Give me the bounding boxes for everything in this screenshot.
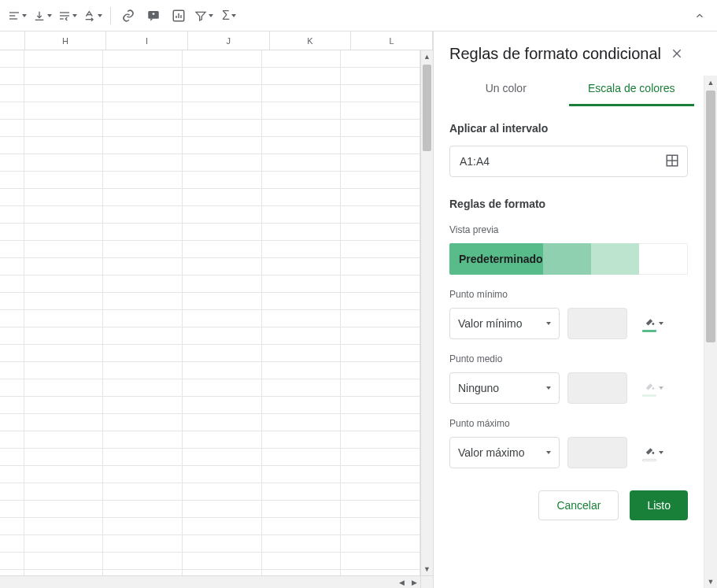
chevron-down-icon xyxy=(659,451,663,454)
tab-color-scale[interactable]: Escala de colores xyxy=(569,74,695,106)
minpoint-label: Punto mínimo xyxy=(449,289,688,300)
svg-point-26 xyxy=(652,452,654,454)
toolbar-separator xyxy=(110,7,111,24)
collapse-toolbar-button[interactable] xyxy=(688,4,711,28)
chevron-down-icon xyxy=(659,322,663,325)
text-rotate-button[interactable] xyxy=(81,4,105,28)
tab-single-color[interactable]: Un color xyxy=(443,74,569,106)
scroll-right-icon[interactable]: ▶ xyxy=(408,579,420,586)
close-button[interactable] xyxy=(666,43,688,65)
preview-label: Vista previa xyxy=(449,224,688,235)
text-rotate-icon xyxy=(83,9,96,22)
color-swatch xyxy=(642,330,656,332)
panel-vertical-scrollbar[interactable]: ▲ ▼ xyxy=(704,76,717,588)
format-rules-heading: Reglas de formato xyxy=(449,198,688,210)
chevron-up-icon xyxy=(694,10,705,21)
close-icon xyxy=(671,47,683,60)
chevron-down-icon xyxy=(231,14,236,17)
spreadsheet: H I J K L ▲ ▼ ◀ ▶ xyxy=(0,31,434,588)
chevron-down-icon xyxy=(546,322,551,325)
preview-text: Predeterminado xyxy=(459,253,543,265)
align-bottom-icon xyxy=(33,9,46,22)
done-button[interactable]: Listo xyxy=(630,490,688,520)
scroll-down-icon[interactable]: ▼ xyxy=(421,563,433,575)
scroll-thumb[interactable] xyxy=(423,65,431,151)
col-header[interactable]: L xyxy=(351,31,433,50)
text-wrap-icon xyxy=(58,9,71,22)
cell-grid[interactable] xyxy=(0,50,420,575)
midpoint-color-button[interactable] xyxy=(635,372,670,404)
svg-rect-13 xyxy=(153,13,153,15)
horizontal-scrollbar[interactable]: ◀ ▶ xyxy=(0,575,420,588)
conditional-format-panel: Reglas de formato condicional Un color E… xyxy=(434,31,717,588)
scroll-down-icon[interactable]: ▼ xyxy=(704,575,717,588)
link-icon xyxy=(121,9,135,23)
chevron-down-icon xyxy=(22,14,27,17)
paint-icon xyxy=(642,445,656,456)
svg-point-25 xyxy=(652,387,654,390)
scroll-thumb[interactable] xyxy=(706,91,715,342)
insert-chart-button[interactable] xyxy=(167,4,190,28)
apply-range-heading: Aplicar al intervalo xyxy=(449,122,688,135)
minpoint-type-select[interactable]: Valor mínimo xyxy=(449,308,560,339)
scroll-up-icon[interactable]: ▲ xyxy=(704,76,717,89)
col-header[interactable]: K xyxy=(270,31,352,50)
svg-marker-18 xyxy=(196,12,205,20)
chevron-down-icon xyxy=(72,14,77,17)
paint-icon xyxy=(642,380,656,391)
scroll-up-icon[interactable]: ▲ xyxy=(421,50,433,63)
col-header[interactable]: I xyxy=(106,31,188,50)
maxpoint-color-button[interactable] xyxy=(635,437,670,468)
color-scale-preview[interactable]: Predeterminado xyxy=(449,243,688,275)
align-vertical-button[interactable] xyxy=(31,4,54,28)
panel-title: Reglas de formato condicional xyxy=(449,45,666,63)
col-header[interactable]: J xyxy=(188,31,270,50)
range-field[interactable] xyxy=(449,146,688,177)
grid-select-icon[interactable] xyxy=(665,153,679,170)
svg-point-24 xyxy=(652,323,654,325)
chevron-down-icon xyxy=(659,386,663,390)
text-wrap-button[interactable] xyxy=(56,4,79,28)
chart-icon xyxy=(172,9,186,23)
comment-add-icon xyxy=(146,9,161,23)
filter-button[interactable] xyxy=(192,4,216,28)
scroll-left-icon[interactable]: ◀ xyxy=(395,579,408,586)
midpoint-type-select[interactable]: Ninguno xyxy=(449,372,560,404)
maxpoint-type-select[interactable]: Valor máximo xyxy=(449,437,560,468)
range-input[interactable] xyxy=(458,154,665,168)
minpoint-value-input[interactable] xyxy=(567,308,627,339)
maxpoint-label: Punto máximo xyxy=(449,418,688,429)
functions-button[interactable]: Σ xyxy=(217,4,241,28)
svg-marker-11 xyxy=(150,18,153,20)
midpoint-value-input[interactable] xyxy=(567,372,627,404)
chevron-down-icon xyxy=(209,14,213,17)
chevron-down-icon xyxy=(98,14,102,17)
paint-icon xyxy=(642,316,656,327)
toolbar: Σ xyxy=(0,0,717,31)
chevron-down-icon xyxy=(47,14,52,17)
align-horizontal-button[interactable] xyxy=(6,4,29,28)
maxpoint-value-input[interactable] xyxy=(567,437,627,468)
column-headers[interactable]: H I J K L xyxy=(0,31,433,50)
midpoint-label: Punto medio xyxy=(449,353,688,364)
insert-link-button[interactable] xyxy=(116,4,140,28)
insert-comment-button[interactable] xyxy=(142,4,165,28)
align-left-icon xyxy=(8,9,20,22)
filter-icon xyxy=(194,9,207,22)
chevron-down-icon xyxy=(546,386,551,390)
color-swatch xyxy=(642,394,656,397)
minpoint-color-button[interactable] xyxy=(635,308,670,339)
vertical-scrollbar[interactable]: ▲ ▼ xyxy=(420,50,433,575)
cancel-button[interactable]: Cancelar xyxy=(538,490,619,520)
color-swatch xyxy=(642,459,656,461)
col-header[interactable]: H xyxy=(25,31,107,50)
chevron-down-icon xyxy=(546,451,551,454)
sigma-icon: Σ xyxy=(222,9,230,23)
